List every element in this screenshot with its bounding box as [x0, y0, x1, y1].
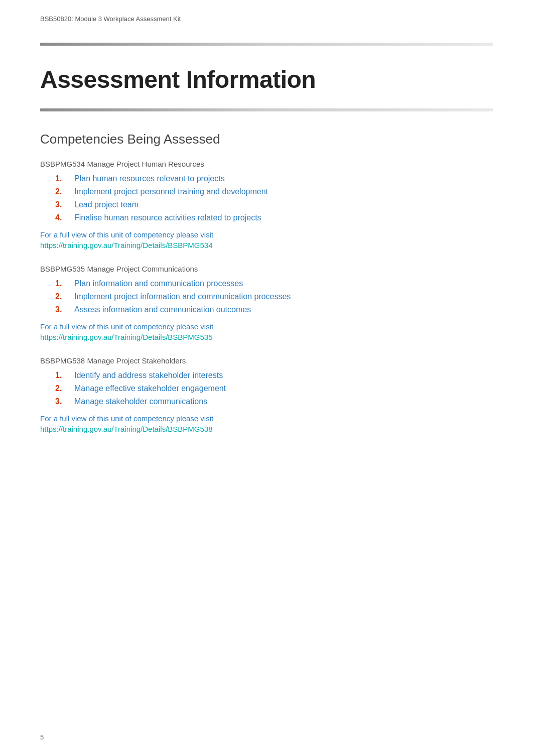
list-number: 2.: [55, 187, 70, 196]
unit-footer-text-2: For a full view of this unit of competen…: [40, 322, 493, 331]
list-number: 1.: [55, 174, 70, 183]
list-item: 3.Lead project team: [40, 200, 493, 209]
bottom-divider: [40, 108, 493, 111]
unit-link-2[interactable]: https://training.gov.au/Training/Details…: [40, 333, 493, 341]
list-item-text: Manage effective stakeholder engagement: [74, 384, 226, 393]
list-item-text: Plan human resources relevant to project…: [74, 174, 225, 183]
list-number: 1.: [55, 371, 70, 380]
breadcrumb: BSB50820: Module 3 Workplace Assessment …: [40, 15, 493, 23]
unit-link-1[interactable]: https://training.gov.au/Training/Details…: [40, 241, 493, 249]
list-item-text: Lead project team: [74, 200, 139, 209]
list-number: 4.: [55, 213, 70, 222]
list-item: 2.Implement project information and comm…: [40, 292, 493, 301]
list-item-text: Assess information and communication out…: [74, 305, 251, 314]
units-container: BSBPMG534 Manage Project Human Resources…: [40, 160, 493, 433]
list-item: 4.Finalise human resource activities rel…: [40, 213, 493, 222]
list-item-text: Plan information and communication proce…: [74, 279, 243, 288]
unit-block-2: BSBPMG535 Manage Project Communications1…: [40, 265, 493, 341]
list-item: 3.Assess information and communication o…: [40, 305, 493, 314]
list-item-text: Implement project personnel training and…: [74, 187, 268, 196]
competency-list-2: 1.Plan information and communication pro…: [40, 279, 493, 314]
unit-label-3: BSBPMG538 Manage Project Stakeholders: [40, 356, 493, 365]
list-item: 1.Plan human resources relevant to proje…: [40, 174, 493, 183]
list-number: 3.: [55, 200, 70, 209]
unit-footer-text-1: For a full view of this unit of competen…: [40, 230, 493, 239]
list-item-text: Finalise human resource activities relat…: [74, 213, 261, 222]
list-number: 3.: [55, 305, 70, 314]
list-item: 2.Implement project personnel training a…: [40, 187, 493, 196]
list-number: 3.: [55, 397, 70, 406]
list-item-text: Manage stakeholder communications: [74, 397, 207, 406]
list-item: 1.Plan information and communication pro…: [40, 279, 493, 288]
list-number: 2.: [55, 292, 70, 301]
list-item: 3.Manage stakeholder communications: [40, 397, 493, 406]
competency-list-1: 1.Plan human resources relevant to proje…: [40, 174, 493, 222]
list-number: 2.: [55, 384, 70, 393]
unit-label-1: BSBPMG534 Manage Project Human Resources: [40, 160, 493, 168]
list-number: 1.: [55, 279, 70, 288]
unit-label-2: BSBPMG535 Manage Project Communications: [40, 265, 493, 273]
list-item: 1.Identify and address stakeholder inter…: [40, 371, 493, 380]
page-title: Assessment Information: [40, 66, 493, 93]
unit-block-1: BSBPMG534 Manage Project Human Resources…: [40, 160, 493, 249]
unit-link-3[interactable]: https://training.gov.au/Training/Details…: [40, 425, 493, 433]
competency-list-3: 1.Identify and address stakeholder inter…: [40, 371, 493, 406]
unit-block-3: BSBPMG538 Manage Project Stakeholders1.I…: [40, 356, 493, 433]
page-number: 5: [40, 733, 44, 741]
section-heading: Competencies Being Assessed: [40, 132, 493, 147]
list-item-text: Identify and address stakeholder interes…: [74, 371, 223, 380]
unit-footer-text-3: For a full view of this unit of competen…: [40, 414, 493, 423]
list-item: 2.Manage effective stakeholder engagemen…: [40, 384, 493, 393]
list-item-text: Implement project information and commun…: [74, 292, 291, 301]
